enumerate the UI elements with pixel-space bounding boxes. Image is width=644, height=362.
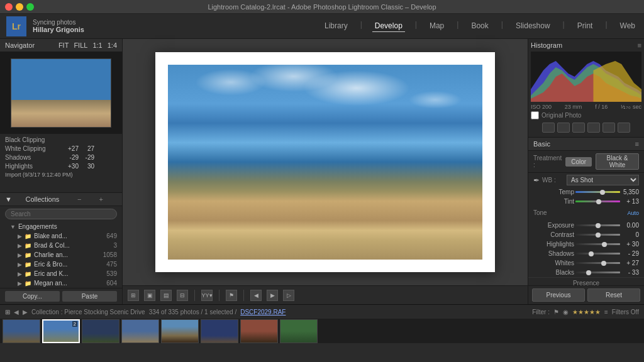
tint-slider[interactable] <box>575 200 620 202</box>
coll-count-brad: 3 <box>113 242 117 249</box>
adjustment-brush-icon[interactable] <box>602 123 615 133</box>
spot-removal-icon[interactable] <box>557 123 570 133</box>
filmstrip-thumb-6[interactable] <box>201 319 238 343</box>
play-icon[interactable]: ▷ <box>283 290 294 301</box>
collection-engagements[interactable]: ▼ Engagements <box>0 222 122 231</box>
basic-menu-icon[interactable]: ≡ <box>635 140 639 148</box>
nav-1-1[interactable]: 1:1 <box>92 41 102 49</box>
next-frame-icon[interactable]: ▶ <box>267 290 278 301</box>
filmstrip-thumb-8[interactable] <box>280 319 318 343</box>
filters-off-label[interactable]: Filters Off <box>612 309 639 315</box>
blacks-thumb[interactable] <box>586 270 591 275</box>
whites-slider[interactable] <box>575 262 620 264</box>
compare-view-icon[interactable]: ▤ <box>160 290 172 301</box>
nav-fit[interactable]: FIT <box>58 41 69 49</box>
red-eye-icon[interactable] <box>572 123 585 133</box>
sliders-section: Black Clipping White Clipping +27 27 Sha… <box>0 134 122 192</box>
temp-thumb[interactable] <box>600 190 605 195</box>
page-numbers-icon[interactable]: ⊞ <box>5 309 10 315</box>
bw-treatment-btn[interactable]: Black & White <box>596 153 639 170</box>
next-photo-icon[interactable]: ▶ <box>23 309 28 315</box>
wb-select[interactable]: As Shot Auto Daylight Cloudy <box>567 175 639 185</box>
flag-icon[interactable]: ⚑ <box>226 290 237 301</box>
photo-canvas[interactable] <box>123 39 528 285</box>
loupe-view-icon[interactable]: ▣ <box>144 290 155 301</box>
orig-photo-checkbox[interactable] <box>531 111 539 119</box>
filmstrip-thumb-4[interactable] <box>121 319 159 343</box>
whiteclip-val2: 27 <box>79 145 94 152</box>
shadows-thumb[interactable] <box>589 251 594 256</box>
nav-develop[interactable]: Develop <box>372 20 405 32</box>
wb-dropper-icon[interactable]: ✒ <box>533 176 540 185</box>
collection-megan[interactable]: ▶ 📁 Megan an... 604 <box>0 278 122 288</box>
color-treatment-btn[interactable]: Color <box>565 157 592 167</box>
contrast-thumb[interactable] <box>596 233 601 238</box>
survey-view-icon[interactable]: ⊟ <box>177 290 188 301</box>
filter-color-icon[interactable]: ◉ <box>563 309 569 315</box>
crop-icon[interactable] <box>542 123 555 133</box>
filter-sort-icon[interactable]: ≡ <box>604 309 608 315</box>
close-button[interactable] <box>5 3 13 11</box>
highlights-thumb[interactable] <box>602 242 607 247</box>
wb-label: WB : <box>542 177 564 184</box>
histogram-menu-icon[interactable]: ≡ <box>638 41 641 49</box>
nav-slideshow[interactable]: Slideshow <box>513 20 553 32</box>
shadows-slider[interactable] <box>575 253 620 255</box>
collection-eric-bro[interactable]: ▶ 📁 Eric & Bro... 475 <box>0 260 122 269</box>
whites-thumb[interactable] <box>601 261 606 266</box>
nav-map[interactable]: Map <box>427 20 447 32</box>
filmstrip-thumb-1[interactable] <box>3 319 40 343</box>
filmstrip-thumb-2[interactable]: 2 <box>42 319 80 343</box>
collections-search[interactable] <box>5 209 117 219</box>
tone-header-row: Tone Auto <box>528 206 644 219</box>
exposure-slider[interactable] <box>575 224 620 226</box>
contrast-row: Contrast 0 <box>528 230 644 239</box>
window-title: Lightroom Catalog-2.lrcat - Adobe Photos… <box>208 3 436 11</box>
nav-web[interactable]: Web <box>618 20 638 32</box>
thumb-number: 2 <box>72 321 77 327</box>
collection-blake[interactable]: ▶ 📁 Blake and... 649 <box>0 231 122 241</box>
nav-book[interactable]: Book <box>469 20 491 32</box>
filter-stars[interactable]: ★★★★★ <box>572 309 601 315</box>
basic-panel-header[interactable]: Basic ≡ <box>528 138 644 151</box>
collections-title: Collections <box>26 195 60 203</box>
date-icon[interactable]: YY▾ <box>201 290 213 301</box>
filmstrip-thumb-3[interactable] <box>82 319 119 343</box>
nav-1-4[interactable]: 1:4 <box>108 41 117 49</box>
paste-button[interactable]: Paste <box>62 291 117 302</box>
collections-plus[interactable]: + <box>99 195 117 203</box>
nav-library[interactable]: Library <box>322 20 350 32</box>
filmstrip-thumb-7[interactable] <box>240 319 278 343</box>
blacks-slider[interactable] <box>575 272 620 273</box>
collections-header[interactable]: ▼ Collections − + <box>0 192 122 206</box>
folder-icon2: ▶ <box>18 243 22 249</box>
temp-slider[interactable] <box>575 191 620 193</box>
collection-eric-k[interactable]: ▶ 📁 Eric and K... 539 <box>0 269 122 278</box>
reset-button[interactable]: Reset <box>587 288 640 302</box>
collection-charlie[interactable]: ▶ 📁 Charlie an... 1058 <box>0 250 122 260</box>
graduated-filter-icon[interactable] <box>587 123 600 133</box>
prev-frame-icon[interactable]: ◀ <box>250 290 262 301</box>
settings-icon[interactable] <box>618 123 630 133</box>
collections-minus[interactable]: − <box>77 195 96 203</box>
tint-thumb[interactable] <box>596 199 601 204</box>
exposure-thumb[interactable] <box>596 223 601 228</box>
navigator-header[interactable]: Navigator FIT FILL 1:1 1:4 <box>0 39 122 52</box>
auto-tone-button[interactable]: Auto <box>627 210 639 216</box>
grid-view-icon[interactable]: ⊞ <box>128 290 139 301</box>
window-controls[interactable] <box>5 3 34 11</box>
filter-flag-icon[interactable]: ⚑ <box>553 309 559 315</box>
previous-button[interactable]: Previous <box>532 288 585 302</box>
contrast-slider[interactable] <box>575 234 620 236</box>
highlights-slider[interactable] <box>575 243 620 245</box>
coll-name-eric-k: Eric and K... <box>34 270 106 277</box>
adjustments-section: Exposure 0.00 Contrast 0 Highlights + 30 <box>528 219 644 285</box>
collection-brad[interactable]: ▶ 📁 Brad & Col... 3 <box>0 241 122 250</box>
maximize-button[interactable] <box>26 3 34 11</box>
filmstrip-thumb-5[interactable] <box>161 319 199 343</box>
nav-fill[interactable]: FILL <box>74 41 87 49</box>
minimize-button[interactable] <box>16 3 23 11</box>
prev-photo-icon[interactable]: ◀ <box>14 309 19 315</box>
nav-print[interactable]: Print <box>575 20 596 32</box>
copy-button[interactable]: Copy... <box>5 291 60 302</box>
